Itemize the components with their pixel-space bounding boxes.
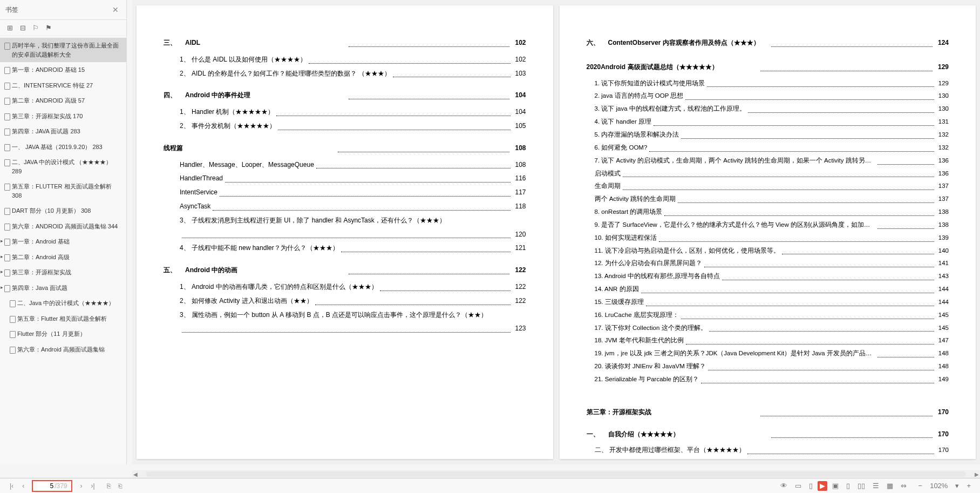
zoom-out-icon[interactable]: − [916,481,925,491]
zoom-in-icon[interactable]: + [964,481,974,491]
bookmark-item[interactable]: 二、Java 中的设计模式（★★★★） [0,295,126,311]
toc-entry[interactable]: 7. 说下 Activity 的启动模式，生命周期，两个 Activity 跳转… [587,155,949,167]
bookmark-item[interactable]: DART 部分（10 月更新） 308 [0,203,126,219]
bookmark-item[interactable]: 第六章：Android 高频面试题集锦 [0,342,126,357]
toc-entry[interactable]: 6. 如何避免 OOM?132 [587,142,949,154]
collapse-icon[interactable]: ⊟ [18,23,27,32]
bookmark-item[interactable]: 历时半年，我们整理了这份市面上最全面的安卓面试题解析大全 [0,38,126,62]
zoom-dropdown-icon[interactable]: ▾ [952,481,962,491]
bookmark-item[interactable]: 第六章：ANDROID 高频面试题集锦 344 [0,219,126,234]
bookmark-item[interactable]: Flutter 部分（11 月更新） [0,326,126,342]
read-mode-icon[interactable]: ▭ [792,481,804,491]
prev-page-icon[interactable]: ‹ [19,481,28,491]
toc-entry[interactable]: 2. java 语言的特点与 OOP 思想130 [587,90,949,102]
toc-entry[interactable]: 19. jvm，jre 以及 jdk 三者之间的关系？JDK（Java Deve… [587,348,949,360]
toc-entry[interactable]: 1、 Handler 机制（★★★★★）104 [164,106,526,118]
single-page-icon[interactable]: ▯ [843,481,853,491]
bookmark-item[interactable]: 二、INTENTSERVICE 特征 27 [0,78,126,93]
play-icon[interactable]: ▶ [818,481,827,491]
toc-entry[interactable]: 2、 AIDL 的全称是什么？如何工作？能处理哪些类型的数据？ （★★★）103 [164,67,526,80]
toc-entry[interactable]: 5. 内存泄漏的场景和解决办法132 [587,129,949,141]
toc-entry[interactable]: AsyncTask118 [164,200,526,213]
toc-entry[interactable]: 1. 说下你所知道的设计模式与使用场景129 [587,78,949,90]
bookmark-item[interactable]: 第三章：开源框架实战 170 [0,109,126,124]
toc-entry[interactable]: 五、Android 中的动画122 [164,264,526,276]
toc-entry[interactable]: 4. 说下 handler 原理131 [587,116,949,128]
toc-entry[interactable]: 11. 说下冷启动与热启动是什么，区别，如何优化，使用场景等。140 [587,245,949,257]
phone-icon[interactable]: ▯ [806,481,815,491]
toc-entry[interactable]: 14. ANR 的原因144 [587,283,949,295]
bookmark-item[interactable]: 第五章：Flutter 相关面试题全解析 [0,311,126,327]
toc-entry[interactable]: 3. 说下 java 中的线程创建方式，线程池的工作原理。130 [587,103,949,115]
toc-entry[interactable]: 10. 如何实现进程保活139 [587,232,949,244]
zoom-value: 102% [927,481,950,491]
toc-entry[interactable]: 17. 说下你对 Collection 这个类的理解。145 [587,322,949,334]
bookmark-outline-icon[interactable]: ⚑ [44,23,53,32]
toc-entry[interactable]: 13. Android 中的线程有那些,原理与各自特点143 [587,271,949,282]
toc-entry[interactable]: 一、自我介绍（★★★★★）170 [587,428,949,441]
bookmark-item[interactable]: 第二章：Android 高级 [0,249,126,265]
toc-entry[interactable]: 12. 为什么冷启动会有白屏黑屏问题？141 [587,258,949,269]
bookmark-item[interactable]: 一、 JAVA 基础（2019.9.20） 283 [0,139,126,155]
scroll-track[interactable] [146,471,966,477]
toc-entry[interactable]: Handler、Message、Looper、MessageQueue108 [164,159,526,171]
toc-entry[interactable]: 3、 属性动画，例如一个 button 从 A 移动到 B 点，B 点还是可以响… [164,309,526,321]
toc-entry[interactable]: 9. 是否了 SurfaceView，它是什么？他的继承方式是什么？他与 Vie… [587,219,949,231]
bookmark-item[interactable]: 第一章：Android 基础 [0,234,126,249]
toc-entry[interactable]: 生命周期137 [587,180,949,192]
page-number-input[interactable] [37,482,53,490]
toc-entry[interactable]: 第三章：开源框架实战170 [587,406,949,418]
two-page-icon[interactable]: ▯▯ [855,481,868,491]
toc-entry[interactable]: 2、 事件分发机制（★★★★★）105 [164,120,526,132]
page-left: 三、AIDL1021、 什么是 AIDL 以及如何使用（★★★★）1022、 A… [137,5,553,459]
toc-entry[interactable]: HandlerThread116 [164,172,526,185]
scroll-left-icon[interactable]: ◀ [132,471,139,477]
toc-entry[interactable]: IntentService117 [164,186,526,199]
toc-entry[interactable]: 线程篇108 [164,142,526,154]
last-page-icon[interactable]: ›| [87,481,98,491]
toc-entry[interactable]: 18. JVM 老年代和新生代的比例147 [587,335,949,347]
export-icon[interactable]: ⎘ [105,481,113,491]
next-page-icon[interactable]: › [77,481,85,491]
toc-entry[interactable]: 16. LruCache 底层实现原理：145 [587,309,949,321]
cont-two-icon[interactable]: ▦ [884,481,896,491]
eye-icon[interactable]: 👁 [778,481,790,491]
bookmark-item[interactable]: 第三章：开源框架实战 [0,265,126,280]
bookmark-icon[interactable]: ⚐ [31,23,40,32]
toc-entry[interactable]: 启动模式136 [587,168,949,180]
sidebar-toolbar: ⊞ ⊟ ⚐ ⚑ [0,20,126,36]
toc-entry[interactable]: 3、 子线程发消息到主线程进行更新 UI，除了 handler 和 AsyncT… [164,214,526,227]
close-icon[interactable]: ✕ [110,4,121,15]
bookmark-item[interactable]: 二、JAVA 中的设计模式 （★★★★） 289 [0,154,126,179]
first-page-icon[interactable]: |‹ [6,481,17,491]
bookmark-item[interactable]: 第一章：ANDROID 基础 15 [0,62,126,78]
toc-section[interactable]: 2020Android 高级面试题总结（★★★★★）129 [587,61,949,73]
toc-entry[interactable]: 六、ContentObserver 内容观察者作用及特点（★★★）124 [587,37,949,49]
expand-icon[interactable]: ⊞ [5,23,14,32]
scroll-right-icon[interactable]: ▶ [974,471,980,477]
fit-width-icon[interactable]: ⇔ [898,481,909,491]
toc-entry[interactable]: 21. Serializable 与 Parcable 的区别？149 [587,374,949,386]
cont-single-icon[interactable]: ☰ [870,481,882,491]
toc-entry[interactable]: 四、Android 中的事件处理104 [164,89,526,102]
toc-entry[interactable]: 两个 Activity 跳转的生命周期137 [587,193,949,205]
bookmark-item[interactable]: 第四章：JAVA 面试题 283 [0,124,126,139]
bookmark-item[interactable]: 第五章：FLUTTER 相关面试题全解析 308 [0,179,126,203]
toc-entry[interactable]: 123 [164,322,526,335]
toc-entry[interactable]: 4、 子线程中能不能 new handler？为什么？（★★★）121 [164,242,526,254]
toc-entry[interactable]: 8. onRestart 的调用场景138 [587,206,949,218]
bookmark-item[interactable]: 第四章：Java 面试题 [0,280,126,296]
toc-entry[interactable]: 三、AIDL102 [164,37,526,49]
toc-entry[interactable]: 2、 如何修改 Activity 进入和退出动画（★★）122 [164,295,526,307]
toc-entry[interactable]: 1、 什么是 AIDL 以及如何使用（★★★★）102 [164,53,526,66]
toc-entry[interactable]: 20. 谈谈你对 JNIEnv 和 JavaVM 理解？148 [587,361,949,373]
bookmark-item[interactable]: 第二章：ANDROID 高级 57 [0,93,126,109]
import-icon[interactable]: ⎗ [116,481,124,491]
page-right: 六、ContentObserver 内容观察者作用及特点（★★★）1242020… [560,5,976,459]
toc-entry[interactable]: 15. 三级缓存原理144 [587,296,949,308]
toc-entry[interactable]: 二、 开发中都使用过哪些框架、平台（★★★★★）170 [587,444,949,456]
toc-entry[interactable]: 1、 Android 中的动画有哪几类，它们的特点和区别是什么（★★★）122 [164,281,526,293]
toc-entry[interactable]: 120 [164,228,526,241]
horizontal-scrollbar[interactable]: ◀ ▶ [132,470,980,478]
book-icon[interactable]: ▣ [829,481,841,491]
